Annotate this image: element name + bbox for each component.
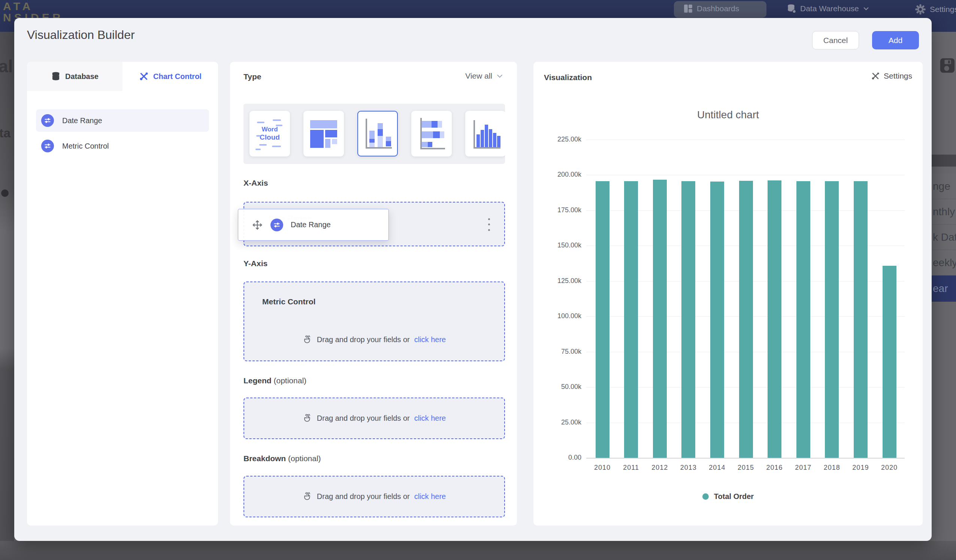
x-axis-tick: 2016	[760, 464, 790, 472]
drop-text: Drag and drop your fields or	[317, 414, 410, 423]
background-dropdown-option[interactable]: nthly	[932, 199, 956, 224]
x-axis-tick: 2015	[731, 464, 761, 472]
save-button[interactable]	[939, 57, 956, 74]
x-axis-tick: 2019	[846, 464, 876, 472]
field-item-date-range[interactable]: Date Range	[36, 109, 209, 132]
column-icon	[470, 115, 501, 152]
chart-type-strip: WordCloud	[244, 104, 505, 164]
treemap-icon	[308, 115, 340, 152]
sliders-icon	[41, 140, 54, 152]
tools-icon	[139, 72, 149, 81]
gridline	[586, 175, 905, 175]
click-here-link[interactable]: click here	[414, 492, 446, 501]
move-icon	[252, 220, 263, 231]
bar-2011	[624, 181, 638, 458]
chart-type-stacked-bar[interactable]	[411, 111, 452, 157]
background-page-left	[0, 32, 14, 560]
svg-text:Cloud: Cloud	[259, 133, 280, 141]
svg-text:Word: Word	[261, 126, 278, 133]
bar-2017	[796, 181, 810, 458]
chart-type-treemap[interactable]	[303, 111, 344, 157]
legend-dropzone[interactable]: Drag and drop your fields or click here	[244, 398, 505, 439]
sliders-icon	[270, 219, 283, 231]
bar-chart: 0.0025.00k50.00k75.00k100.00k125.00k150.…	[533, 62, 923, 525]
x-axis-tick: 2020	[874, 464, 904, 472]
background-dropdown-option[interactable]: nge	[932, 174, 956, 199]
drop-text: Drag and drop your fields or	[317, 336, 410, 344]
background-dropdown-option[interactable]: k Date	[932, 224, 956, 250]
y-axis-tick: 125.00k	[533, 277, 582, 285]
view-all-dropdown[interactable]: View all	[465, 72, 503, 80]
data-warehouse-icon	[787, 4, 796, 14]
dashboards-icon	[683, 4, 693, 14]
x-axis-tick: 2014	[702, 464, 732, 472]
field-item-metric-control[interactable]: Metric Control	[36, 135, 209, 157]
chart-legend: Total Order	[533, 492, 923, 501]
background-heading-fragment: al	[0, 56, 13, 76]
tap-hand-icon	[303, 413, 313, 423]
field-item-label: Metric Control	[62, 142, 108, 151]
stacked-column-icon	[362, 115, 393, 152]
x-axis-dropzone[interactable]: Date Range	[244, 202, 505, 246]
background-subheading-fragment: ta	[0, 126, 11, 140]
gridline	[586, 140, 905, 140]
tap-hand-icon	[303, 335, 313, 344]
y-axis-tick: 50.00k	[533, 383, 582, 391]
bar-2018	[825, 181, 839, 458]
y-axis-heading: Y-Axis	[244, 259, 267, 268]
x-axis-tick: 2011	[616, 464, 646, 472]
nav-data-warehouse[interactable]: Data Warehouse	[787, 4, 870, 14]
type-heading: Type	[244, 72, 261, 81]
x-axis-tick: 2018	[817, 464, 847, 472]
cancel-button[interactable]: Cancel	[812, 31, 859, 49]
tap-hand-icon	[303, 491, 313, 501]
chevron-down-icon	[863, 5, 870, 12]
chevron-down-icon	[496, 72, 503, 80]
y-axis-tick: 0.00	[533, 454, 582, 461]
gridline	[586, 458, 905, 458]
y-axis-tick: 25.00k	[533, 419, 582, 427]
tab-chart-control[interactable]: Chart Control	[123, 62, 218, 91]
chart-type-word-cloud[interactable]: WordCloud	[250, 111, 290, 157]
sliders-icon	[41, 114, 54, 127]
gear-icon	[915, 4, 926, 15]
x-axis-tick: 2013	[673, 464, 703, 472]
tab-database-label: Database	[65, 72, 99, 81]
bar-2016	[767, 180, 781, 458]
visualization-builder-modal: Visualization Builder Cancel Add Databas…	[14, 18, 932, 541]
drop-text: Drag and drop your fields or	[317, 492, 410, 501]
x-axis-tick: 2017	[788, 464, 818, 472]
database-icon	[51, 72, 61, 81]
drag-chip-label: Date Range	[291, 221, 331, 229]
nav-dashboards[interactable]: Dashboards	[683, 4, 739, 14]
kebab-menu-icon[interactable]	[486, 218, 492, 231]
nav-settings[interactable]: Settings	[915, 4, 956, 15]
tab-database[interactable]: Database	[27, 62, 123, 91]
chart-type-stacked-column-selected[interactable]	[357, 111, 398, 157]
x-axis-tick: 2012	[645, 464, 675, 472]
background-page-bottom	[0, 541, 956, 560]
background-dropdown-option[interactable]: ear	[932, 276, 956, 302]
visualization-panel: Visualization Settings Untitled chart 0.…	[533, 62, 923, 525]
legend-swatch	[702, 493, 709, 500]
click-here-link[interactable]: click here	[414, 414, 446, 423]
floppy-save-icon	[939, 57, 956, 74]
stacked-bar-icon	[416, 115, 447, 152]
dragging-field-chip[interactable]: Date Range	[238, 209, 389, 241]
breakdown-dropzone[interactable]: Drag and drop your fields or click here	[244, 476, 505, 517]
y-axis-zone-title: Metric Control	[262, 297, 315, 306]
y-axis-tick: 175.00k	[533, 206, 582, 214]
bar-2012	[653, 180, 667, 458]
word-cloud-icon: WordCloud	[254, 115, 285, 152]
background-bullet-dot	[1, 190, 9, 197]
builder-panel: Type View all WordCloud X-Axis Date Rang…	[230, 62, 517, 525]
click-here-link[interactable]: click here	[414, 336, 446, 344]
background-dropdown-option[interactable]: eekly	[932, 250, 956, 276]
bar-2013	[681, 181, 695, 458]
y-axis-dropzone[interactable]: Metric Control Drag and drop your fields…	[244, 281, 505, 361]
chart-type-column[interactable]	[465, 111, 505, 157]
tab-chart-control-label: Chart Control	[153, 72, 201, 81]
bar-2020	[882, 266, 896, 458]
bar-2010	[596, 181, 610, 458]
add-button[interactable]: Add	[872, 31, 919, 49]
